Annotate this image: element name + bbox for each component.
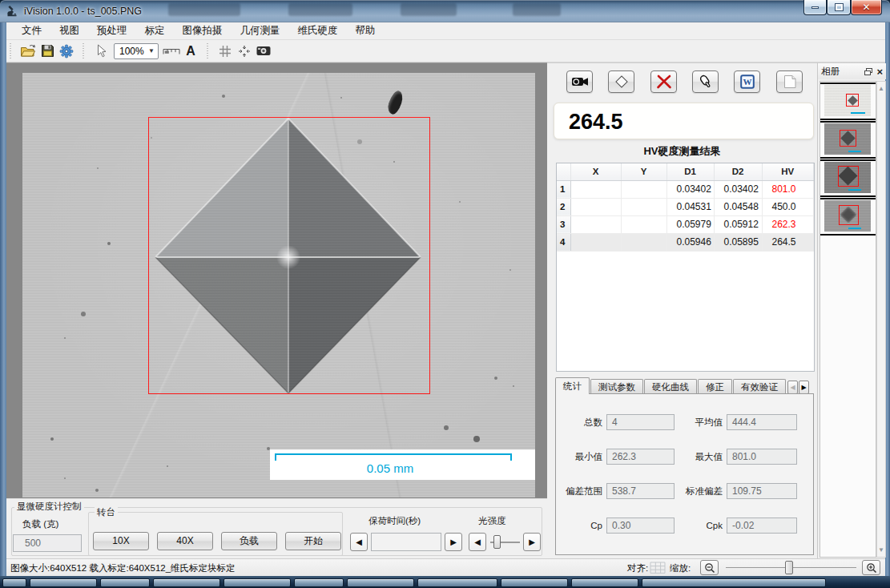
toolbar-group-view xyxy=(212,41,276,62)
apply-load-button[interactable]: 负载 xyxy=(221,532,277,550)
zoom-slider-thumb[interactable] xyxy=(785,561,793,574)
stat-max-field[interactable]: 801.0 xyxy=(727,449,797,465)
col-hv[interactable]: HV xyxy=(762,163,814,180)
album-thumbnail-4[interactable] xyxy=(820,198,876,236)
zoom-level-select[interactable]: 100% ▼ xyxy=(114,43,159,59)
album-thumbnail-2[interactable] xyxy=(820,121,876,159)
delete-button[interactable] xyxy=(650,70,677,93)
manual-measure-button[interactable] xyxy=(692,70,719,93)
taskbar-button[interactable] xyxy=(30,578,97,587)
dwell-decrease-icon[interactable]: ◀ xyxy=(350,533,368,551)
menu-file[interactable]: 文件 xyxy=(13,22,50,40)
float-panel-icon[interactable] xyxy=(864,64,872,79)
zoom-in-icon[interactable] xyxy=(862,560,880,575)
stat-total-field[interactable]: 4 xyxy=(606,414,675,430)
light-decrease-icon[interactable]: ◀ xyxy=(469,533,486,551)
save-icon[interactable] xyxy=(38,42,57,61)
diamond-indent-button[interactable] xyxy=(608,70,634,93)
taskbar-button[interactable] xyxy=(347,578,414,587)
menu-calibration[interactable]: 标定 xyxy=(136,22,174,40)
open-folder-icon[interactable] xyxy=(18,42,38,61)
scale-bar-label: 0.05 mm xyxy=(270,461,510,475)
dwell-increase-icon[interactable]: ▶ xyxy=(445,533,462,551)
table-row[interactable]: 2 0.04531 0.04548 450.0 xyxy=(557,198,814,215)
taskbar-button[interactable] xyxy=(153,578,220,587)
close-button[interactable]: ✕ xyxy=(851,0,882,15)
table-header-row: X Y D1 D2 HV xyxy=(557,163,814,180)
slider-thumb[interactable] xyxy=(493,535,501,549)
taskbar-button[interactable] xyxy=(100,578,150,587)
tab-scroll-right-icon[interactable]: ▶ xyxy=(799,381,809,394)
text-tool-icon[interactable]: A xyxy=(181,42,200,61)
settings-gear-icon[interactable] xyxy=(57,42,76,61)
menu-preprocess[interactable]: 预处理 xyxy=(88,22,136,40)
taskbar-button[interactable] xyxy=(571,578,638,587)
taskbar-button[interactable] xyxy=(2,578,26,587)
menu-geometry-measure[interactable]: 几何测量 xyxy=(232,22,289,40)
tab-hardening-curve[interactable]: 硬化曲线 xyxy=(644,379,697,394)
stat-min-field[interactable]: 262.3 xyxy=(606,449,675,465)
align-grid-icon[interactable] xyxy=(650,562,666,577)
taskbar-button[interactable] xyxy=(642,578,826,587)
menu-help[interactable]: 帮助 xyxy=(347,22,385,40)
scroll-down-icon[interactable]: ▼ xyxy=(877,546,885,554)
grid-icon[interactable] xyxy=(215,42,235,61)
toolbar-group-file xyxy=(15,41,79,62)
objective-40x-button[interactable]: 40X xyxy=(157,532,213,550)
word-export-button[interactable]: W xyxy=(734,70,760,93)
microscope-image[interactable]: 0.05 mm xyxy=(22,73,535,497)
taskbar-button[interactable] xyxy=(224,578,291,587)
tab-statistics[interactable]: 统计 xyxy=(555,377,590,394)
minimize-button[interactable] xyxy=(803,0,827,15)
table-row[interactable]: 1 0.03402 0.03402 801.0 xyxy=(557,180,814,198)
camera-icon[interactable] xyxy=(254,42,273,61)
crosshair-icon[interactable] xyxy=(235,42,254,61)
taskbar-button[interactable] xyxy=(501,578,568,587)
stat-stdev-field[interactable]: 109.75 xyxy=(727,483,797,499)
load-grams-field[interactable]: 500 xyxy=(13,534,82,552)
col-d2[interactable]: D2 xyxy=(714,163,762,180)
stat-range-field[interactable]: 538.7 xyxy=(606,483,675,499)
light-increase-icon[interactable]: ▶ xyxy=(523,533,541,551)
zoom-out-icon[interactable] xyxy=(700,560,719,575)
col-y[interactable]: Y xyxy=(621,163,666,180)
tab-validation[interactable]: 有效验证 xyxy=(733,379,786,394)
table-row[interactable]: 3 0.05979 0.05912 262.3 xyxy=(557,215,814,233)
start-button[interactable]: 开始 xyxy=(285,532,341,550)
album-thumbnail-3[interactable] xyxy=(820,159,876,197)
measure-icon[interactable] xyxy=(162,42,181,61)
light-intensity-slider[interactable] xyxy=(489,533,522,551)
new-report-button[interactable] xyxy=(776,70,803,93)
stat-cp-field[interactable]: 0.30 xyxy=(606,518,675,534)
album-scrollbar[interactable]: ▲ ▼ xyxy=(876,81,886,558)
menu-vickers-hardness[interactable]: 维氏硬度 xyxy=(289,22,347,40)
toolbar-drag-handle[interactable] xyxy=(206,43,210,59)
objective-10x-button[interactable]: 10X xyxy=(93,532,149,550)
maximize-button[interactable] xyxy=(827,0,851,15)
maximize-icon xyxy=(836,4,843,10)
taskbar-button[interactable] xyxy=(294,578,344,587)
toolbar-drag-handle[interactable] xyxy=(82,43,86,59)
scroll-up-icon[interactable]: ▲ xyxy=(877,85,885,92)
tab-scroll-left-icon[interactable]: ◀ xyxy=(787,381,798,394)
col-x[interactable]: X xyxy=(570,163,621,180)
tab-bar: 统计 测试参数 硬化曲线 修正 有效验证 ◀ ▶ xyxy=(555,377,814,394)
close-icon: ✕ xyxy=(862,2,870,12)
toolbar-drag-handle[interactable] xyxy=(9,43,13,59)
taskbar-button[interactable] xyxy=(417,578,497,587)
camcorder-button[interactable] xyxy=(566,70,593,93)
menu-view[interactable]: 视图 xyxy=(50,22,88,40)
cell-d1: 0.04531 xyxy=(666,198,714,215)
table-row-selected[interactable]: 4 0.05946 0.05895 264.5 xyxy=(557,233,814,251)
dwell-time-field[interactable] xyxy=(371,533,441,551)
stat-mean-field[interactable]: 444.4 xyxy=(727,414,797,430)
menu-image-capture[interactable]: 图像拍摄 xyxy=(174,22,232,40)
close-panel-icon[interactable]: × xyxy=(876,66,883,77)
col-d1[interactable]: D1 xyxy=(666,163,714,180)
album-thumbnail-1[interactable] xyxy=(820,83,876,120)
tab-test-params[interactable]: 测试参数 xyxy=(590,379,643,394)
tab-correction[interactable]: 修正 xyxy=(698,379,732,394)
stat-cpk-field[interactable]: -0.02 xyxy=(727,518,797,534)
cursor-icon[interactable] xyxy=(91,42,111,61)
measurement-roi-rectangle[interactable] xyxy=(148,117,430,394)
